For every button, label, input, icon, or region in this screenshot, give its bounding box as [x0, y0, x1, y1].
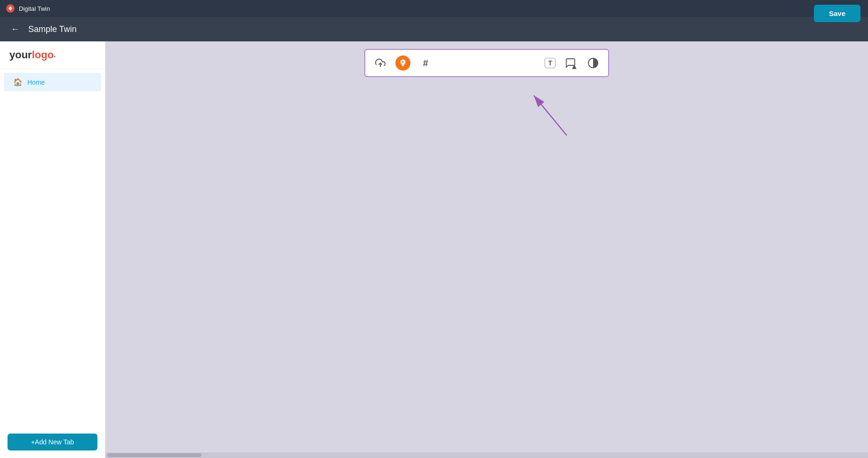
svg-marker-2	[572, 64, 577, 69]
save-button[interactable]: Save	[814, 5, 860, 22]
app-icon	[6, 4, 15, 13]
nav-bar: ← Sample Twin Save	[0, 17, 868, 41]
app-title: Digital Twin	[19, 5, 50, 12]
content-area: yourlogo• 🏠 Home +Add New Tab	[0, 41, 868, 458]
sidebar-nav: 🏠 Home	[0, 69, 105, 95]
home-icon: 🏠	[13, 78, 23, 87]
logo-logo: logo	[32, 49, 54, 61]
title-bar-left: Digital Twin	[6, 4, 50, 13]
title-bar: Digital Twin ⧉ ✕	[0, 0, 868, 17]
canvas-scrollbar[interactable]	[105, 452, 868, 458]
arrow-annotation	[369, 84, 586, 145]
svg-line-5	[534, 95, 567, 135]
text-icon[interactable]: T	[545, 58, 555, 68]
nav-left: ← Sample Twin	[8, 22, 77, 37]
location-icon[interactable]	[395, 55, 410, 71]
main-canvas[interactable]: # T	[105, 41, 868, 458]
scrollbar-thumb[interactable]	[107, 453, 201, 457]
sidebar-item-home[interactable]: 🏠 Home	[4, 73, 101, 91]
comment-icon[interactable]	[563, 55, 578, 71]
canvas-toolbar: # T	[364, 49, 609, 77]
sidebar-bottom: +Add New Tab	[0, 426, 105, 458]
logo-dot: •	[54, 54, 56, 59]
upload-icon[interactable]	[373, 55, 388, 71]
hash-icon[interactable]: #	[418, 55, 433, 71]
sidebar-home-label: Home	[27, 79, 45, 86]
contrast-icon[interactable]	[586, 55, 601, 71]
sidebar: yourlogo• 🏠 Home +Add New Tab	[0, 41, 105, 458]
logo-your: your	[9, 49, 32, 61]
twin-name-label: Sample Twin	[28, 24, 77, 34]
app-container: ← Sample Twin Save yourlogo• 🏠 Home	[0, 17, 868, 458]
back-button[interactable]: ←	[8, 22, 23, 37]
add-tab-button[interactable]: +Add New Tab	[8, 434, 97, 450]
logo-area: yourlogo•	[0, 41, 105, 69]
sidebar-top: yourlogo• 🏠 Home	[0, 41, 105, 95]
